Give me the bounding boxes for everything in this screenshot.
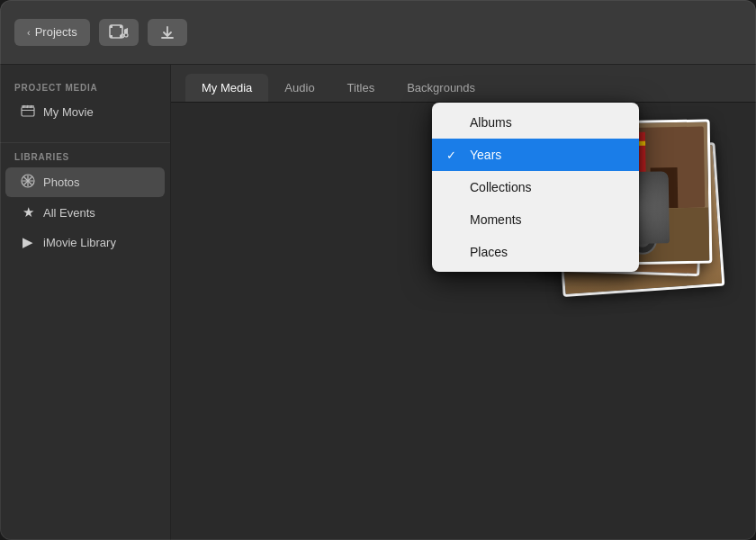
sidebar-item-photos[interactable]: Photos bbox=[5, 167, 165, 197]
movie-icon bbox=[20, 104, 36, 120]
svg-rect-22 bbox=[651, 167, 679, 209]
project-media-section: PROJECT MEDIA My Movie bbox=[0, 83, 170, 126]
check-years: ✓ bbox=[446, 148, 461, 162]
sidebar-item-my-movie[interactable]: My Movie bbox=[5, 98, 165, 126]
albums-label: Albums bbox=[470, 115, 512, 130]
years-label: Years bbox=[470, 148, 501, 162]
all-events-label: All Events bbox=[43, 206, 95, 220]
app-window: ‹ Projects bbox=[0, 0, 756, 540]
sidebar-item-imovie-library[interactable]: ▶ iMovie Library bbox=[5, 228, 165, 256]
dropdown-item-albums[interactable]: Albums bbox=[432, 106, 639, 139]
libraries-section: LIBRARIES Photos ★ A bbox=[0, 152, 170, 256]
film-music-icon bbox=[109, 24, 129, 40]
sidebar-item-all-events[interactable]: ★ All Events bbox=[5, 198, 165, 227]
svg-rect-2 bbox=[120, 25, 122, 28]
dropdown-item-collections[interactable]: Collections bbox=[432, 171, 639, 203]
dropdown-overlay: Albums ✓ Years Collections Moments bbox=[432, 103, 639, 272]
sidebar-divider bbox=[0, 142, 170, 143]
download-button[interactable] bbox=[148, 19, 187, 46]
star-icon: ★ bbox=[20, 204, 36, 220]
photos-label: Photos bbox=[43, 176, 79, 189]
svg-rect-3 bbox=[110, 35, 112, 38]
media-icon-button[interactable] bbox=[99, 19, 139, 46]
dropdown-item-places[interactable]: Places bbox=[432, 236, 639, 268]
svg-rect-1 bbox=[110, 25, 112, 28]
photos-icon bbox=[20, 174, 36, 191]
toolbar: ‹ Projects bbox=[0, 0, 756, 65]
main-panel: My Media Audio Titles Backgrounds Album bbox=[171, 65, 756, 540]
dropdown-menu: Albums ✓ Years Collections Moments bbox=[432, 103, 639, 272]
collections-label: Collections bbox=[470, 180, 531, 194]
dropdown-item-years[interactable]: ✓ Years bbox=[432, 139, 639, 171]
svg-rect-9 bbox=[22, 107, 34, 116]
libraries-label: LIBRARIES bbox=[0, 152, 170, 162]
moments-label: Moments bbox=[470, 212, 522, 227]
project-media-label: PROJECT MEDIA bbox=[0, 83, 170, 93]
tab-backgrounds[interactable]: Backgrounds bbox=[391, 74, 491, 102]
snowflake-icon bbox=[21, 174, 35, 188]
projects-label: Projects bbox=[35, 25, 77, 39]
tab-audio[interactable]: Audio bbox=[268, 74, 330, 102]
clapperboard-icon bbox=[21, 104, 35, 117]
tab-bar: My Media Audio Titles Backgrounds bbox=[171, 65, 756, 103]
my-movie-label: My Movie bbox=[43, 105, 94, 119]
projects-button[interactable]: ‹ Projects bbox=[14, 19, 90, 46]
svg-point-5 bbox=[124, 33, 128, 37]
places-label: Places bbox=[470, 245, 508, 259]
triangle-icon: ▶ bbox=[20, 234, 36, 250]
tab-titles[interactable]: Titles bbox=[331, 74, 392, 102]
content-area: PROJECT MEDIA My Movie bbox=[0, 65, 756, 540]
tab-my-media[interactable]: My Media bbox=[185, 74, 268, 102]
sidebar: PROJECT MEDIA My Movie bbox=[0, 65, 171, 540]
dropdown-item-moments[interactable]: Moments bbox=[432, 203, 639, 236]
imovie-library-label: iMovie Library bbox=[43, 236, 116, 249]
download-icon bbox=[160, 25, 175, 40]
back-chevron-icon: ‹ bbox=[27, 27, 31, 38]
